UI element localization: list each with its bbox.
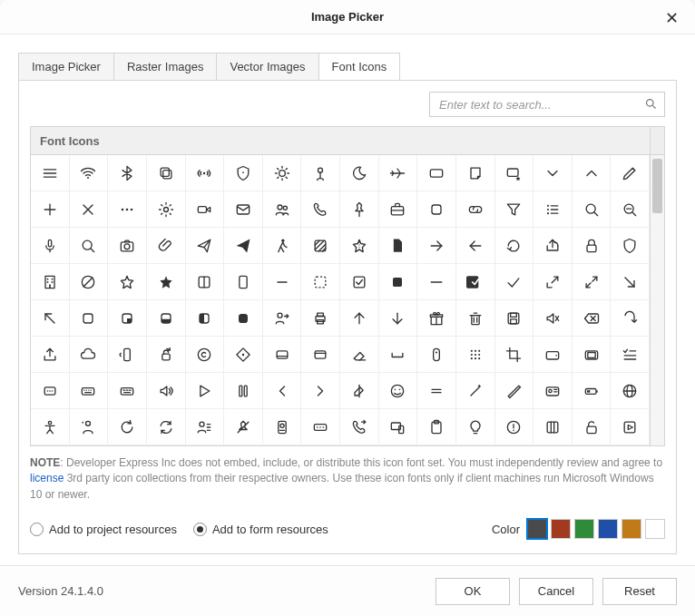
- chevron-right-icon[interactable]: [301, 373, 340, 409]
- space-icon[interactable]: [379, 337, 418, 373]
- chevron-down-icon[interactable]: [533, 155, 573, 191]
- walk-icon[interactable]: [263, 228, 302, 264]
- alert-circle-icon[interactable]: [495, 409, 534, 445]
- bluetooth-icon[interactable]: [108, 155, 147, 191]
- send-fill-icon[interactable]: [224, 228, 263, 264]
- dash-box-icon[interactable]: [301, 264, 340, 300]
- brush-icon[interactable]: [495, 373, 534, 409]
- shield-outline-icon[interactable]: [611, 228, 650, 264]
- search-icon[interactable]: [644, 97, 658, 113]
- square-half-l-icon[interactable]: [186, 300, 225, 337]
- cancel-button[interactable]: Cancel: [519, 578, 593, 605]
- wand-icon[interactable]: [456, 373, 495, 409]
- devices-icon[interactable]: [379, 409, 418, 445]
- person-pin-icon[interactable]: [301, 155, 340, 191]
- menu-icon[interactable]: [31, 155, 70, 191]
- lightbulb-icon[interactable]: [456, 409, 495, 445]
- search-icon[interactable]: [573, 191, 612, 228]
- dialpad-icon[interactable]: [456, 337, 495, 373]
- color-swatch[interactable]: [622, 519, 641, 539]
- edit-icon[interactable]: [611, 155, 650, 191]
- tab-vector-images[interactable]: Vector Images: [216, 53, 318, 80]
- chevron-left-icon[interactable]: [263, 373, 302, 409]
- briefcase-icon[interactable]: [379, 191, 418, 228]
- keyboard-alt-icon[interactable]: [108, 373, 147, 409]
- id-card-icon[interactable]: [533, 373, 573, 409]
- license-link[interactable]: license: [30, 472, 64, 484]
- target-icon[interactable]: [224, 337, 263, 373]
- device-star-icon[interactable]: [495, 155, 534, 191]
- play-box-icon[interactable]: [611, 409, 650, 445]
- highlighter-icon[interactable]: [340, 373, 379, 409]
- tablet-frame-icon[interactable]: [573, 337, 612, 373]
- search-icon[interactable]: [70, 228, 109, 264]
- password-icon[interactable]: [301, 409, 340, 445]
- pause-icon[interactable]: [224, 373, 263, 409]
- play-icon[interactable]: [186, 373, 225, 409]
- brightness-icon[interactable]: [263, 155, 302, 191]
- arrow-down-icon[interactable]: [379, 300, 418, 337]
- smile-icon[interactable]: [379, 373, 418, 409]
- video-icon[interactable]: [186, 191, 225, 228]
- upload-icon[interactable]: [31, 337, 70, 373]
- user-transfer-icon[interactable]: [263, 300, 302, 337]
- backspace-icon[interactable]: [573, 300, 612, 337]
- arrow-left-icon[interactable]: [456, 228, 495, 264]
- volume-icon[interactable]: [147, 373, 186, 409]
- color-swatch[interactable]: [574, 519, 594, 539]
- color-swatch[interactable]: [527, 519, 547, 539]
- building-icon[interactable]: [31, 264, 70, 300]
- star-fill-icon[interactable]: [147, 264, 186, 300]
- zoom-out-icon[interactable]: [611, 191, 650, 228]
- moon-icon[interactable]: [340, 155, 379, 191]
- send-icon[interactable]: [186, 228, 225, 264]
- star-outline-icon[interactable]: [108, 264, 147, 300]
- radio-form-resources[interactable]: Add to form resources: [193, 523, 328, 536]
- shield-icon[interactable]: [224, 155, 263, 191]
- plus-icon[interactable]: [31, 191, 70, 228]
- paste-icon[interactable]: [417, 409, 456, 445]
- tablet-v-icon[interactable]: [224, 264, 263, 300]
- arrow-right-icon[interactable]: [417, 228, 456, 264]
- forbidden-icon[interactable]: [70, 264, 109, 300]
- phone-incoming-icon[interactable]: [301, 191, 340, 228]
- volume-off-icon[interactable]: [533, 300, 573, 337]
- wifi-icon[interactable]: [70, 155, 109, 191]
- color-swatch[interactable]: [645, 519, 665, 539]
- tablet-h-icon[interactable]: [417, 155, 456, 191]
- person-star-icon[interactable]: [70, 409, 109, 445]
- checkmark-icon[interactable]: [495, 264, 534, 300]
- mail-icon[interactable]: [224, 191, 263, 228]
- print-icon[interactable]: [301, 300, 340, 337]
- mouse-icon[interactable]: [417, 337, 456, 373]
- arrow-up-icon[interactable]: [340, 300, 379, 337]
- square-half-b-icon[interactable]: [147, 300, 186, 337]
- columns-icon[interactable]: [186, 264, 225, 300]
- scrollbar-thumb[interactable]: [652, 159, 662, 213]
- dots-box-icon[interactable]: [31, 373, 70, 409]
- person-lines-icon[interactable]: [186, 409, 225, 445]
- checklist-icon[interactable]: [611, 337, 650, 373]
- mic-icon[interactable]: [31, 228, 70, 264]
- checkbox-icon[interactable]: [340, 264, 379, 300]
- gift-icon[interactable]: [417, 300, 456, 337]
- keyboard-icon[interactable]: [70, 373, 109, 409]
- scrollbar[interactable]: [650, 155, 664, 445]
- arrow-expand-icon[interactable]: [573, 264, 612, 300]
- link-icon[interactable]: [456, 191, 495, 228]
- tablet-landscape-icon[interactable]: [533, 337, 573, 373]
- equals-icon[interactable]: [417, 373, 456, 409]
- no-pin-icon[interactable]: [224, 409, 263, 445]
- attachment-icon[interactable]: [147, 228, 186, 264]
- unlock-icon[interactable]: [573, 409, 612, 445]
- square-fill-icon[interactable]: [379, 264, 418, 300]
- search-input[interactable]: [429, 92, 665, 117]
- square-outline-icon[interactable]: [70, 300, 109, 337]
- note-icon[interactable]: [456, 155, 495, 191]
- copyright-icon[interactable]: [186, 337, 225, 373]
- filter-icon[interactable]: [495, 191, 534, 228]
- tab-image-picker[interactable]: Image Picker: [18, 53, 114, 80]
- broadcast-icon[interactable]: [186, 155, 225, 191]
- redo-down-icon[interactable]: [611, 300, 650, 337]
- bookmark-col-icon[interactable]: [533, 409, 573, 445]
